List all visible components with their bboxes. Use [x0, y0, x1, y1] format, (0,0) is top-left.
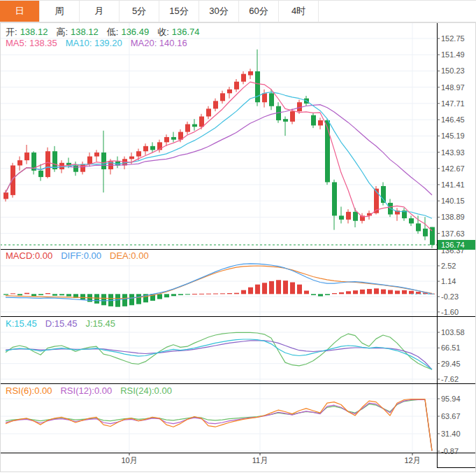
macd-bar [31, 294, 36, 296]
candle [185, 125, 190, 132]
ma-lines [6, 82, 432, 231]
candle [192, 125, 197, 127]
macd-bar [234, 293, 239, 295]
candle [129, 157, 134, 159]
macd-bar [339, 292, 344, 294]
open-label: 开: [6, 27, 17, 37]
low-value: 136.49 [121, 27, 149, 37]
svg-text:1.14: 1.14 [441, 277, 456, 285]
dea-value: DEA:0.00 [110, 250, 149, 261]
candle [311, 115, 316, 126]
svg-text:2.52: 2.52 [441, 262, 456, 270]
macd-bar [325, 294, 330, 295]
candle [409, 218, 414, 223]
svg-text:152.75: 152.75 [441, 34, 465, 43]
macd-bar [52, 294, 57, 295]
candle [38, 171, 43, 177]
svg-text:63.67: 63.67 [441, 412, 461, 420]
candle [269, 93, 274, 106]
low-label: 低: [107, 27, 119, 37]
macd-legend-row: MACD:0.00DIFF:0.00DEA:0.00 [6, 250, 152, 261]
macd-bar [374, 288, 379, 294]
macd-bar [171, 294, 176, 296]
svg-text:95.94: 95.94 [441, 395, 461, 403]
macd-bar [290, 283, 295, 295]
macd-bar [241, 290, 246, 295]
macd-bar [206, 294, 211, 295]
rsi24-value: RSI(24):0.00 [120, 385, 172, 396]
macd-bar [360, 290, 365, 294]
svg-text:11月: 11月 [252, 456, 268, 465]
tab-15min[interactable]: 15分 [159, 1, 199, 22]
tab-5min[interactable]: 5分 [120, 1, 159, 22]
tab-month[interactable]: 月 [80, 1, 120, 22]
macd-bar [10, 293, 15, 294]
svg-text:150.23: 150.23 [441, 66, 465, 75]
candle [255, 71, 260, 102]
macd-bar [269, 281, 274, 294]
rsi12-value: RSI(12):0.00 [60, 385, 112, 396]
svg-text:136.74: 136.74 [441, 241, 465, 249]
svg-text:137.63: 137.63 [441, 229, 465, 238]
tab-day[interactable]: 日 [0, 1, 40, 22]
svg-text:-7.62: -7.62 [441, 375, 459, 383]
macd-bar [220, 293, 225, 294]
macd-bar [311, 294, 316, 295]
high-value: 138.12 [71, 27, 99, 37]
candles [3, 50, 435, 248]
candle [381, 186, 386, 203]
ma5-legend: MA5: 138.35 [6, 38, 57, 48]
tab-60min[interactable]: 60分 [239, 1, 279, 22]
macd-bar [381, 290, 386, 295]
candle [416, 223, 421, 231]
candle [262, 93, 267, 102]
svg-text:151.49: 151.49 [441, 50, 465, 59]
high-label: 高: [56, 27, 68, 37]
close-value: 136.74 [172, 27, 200, 37]
svg-text:29.45: 29.45 [441, 360, 461, 368]
macd-bar [157, 294, 162, 299]
macd-bar [122, 294, 127, 306]
macd-panel [3, 264, 435, 307]
candle [94, 153, 99, 157]
macd-bar [80, 294, 85, 299]
candle [234, 82, 239, 90]
candle [45, 151, 50, 177]
macd-bar [353, 290, 358, 294]
svg-text:10月: 10月 [121, 456, 137, 465]
candle [353, 212, 358, 221]
macd-bar [248, 288, 253, 295]
macd-bar [213, 294, 218, 295]
ma20-legend: MA20: 140.16 [131, 38, 187, 48]
svg-text:141.41: 141.41 [441, 180, 465, 189]
tab-30min[interactable]: 30分 [199, 1, 239, 22]
macd-bar [262, 283, 267, 294]
macd-bar [346, 291, 351, 294]
candle [339, 215, 344, 220]
macd-bar [17, 294, 22, 295]
macd-bar [24, 293, 29, 295]
candle [199, 116, 204, 127]
svg-text:145.19: 145.19 [441, 132, 465, 140]
tab-4hour[interactable]: 4时 [279, 1, 319, 22]
macd-bar [94, 294, 99, 304]
svg-text:-1.60: -1.60 [441, 308, 459, 316]
candle [10, 165, 15, 194]
tab-week[interactable]: 周 [40, 1, 80, 22]
svg-text:103.58: 103.58 [441, 328, 465, 336]
macd-bar [297, 285, 302, 295]
tab-bar-filler [319, 1, 476, 22]
period-tab-bar: 日 周 月 5分 15分 30分 60分 4时 [0, 0, 476, 22]
svg-text:-0.87: -0.87 [441, 447, 459, 455]
candle [17, 160, 22, 165]
svg-text:12月: 12月 [404, 456, 420, 465]
svg-text:66.51: 66.51 [441, 343, 461, 352]
kline-chart-widget: 136.37152.75151.49150.23148.97147.71146.… [0, 0, 476, 475]
candle [325, 120, 330, 182]
chart-canvas[interactable]: 136.37152.75151.49150.23148.97147.71146.… [0, 0, 476, 475]
candle [143, 146, 148, 151]
candle [171, 137, 176, 140]
candle [80, 164, 85, 172]
svg-text:31.40: 31.40 [441, 430, 461, 438]
macd-bar [227, 293, 232, 294]
